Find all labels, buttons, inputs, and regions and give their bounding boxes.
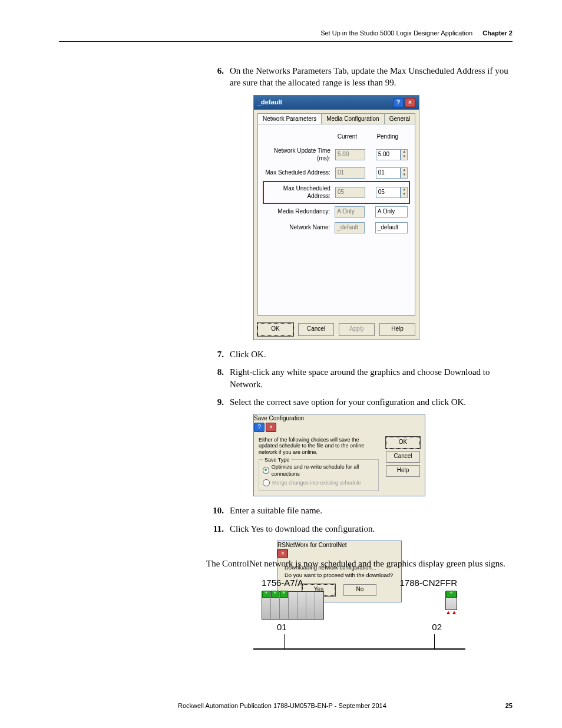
col-current: Current: [338, 133, 369, 141]
cancel-button[interactable]: Cancel: [386, 451, 420, 463]
help-button[interactable]: Help: [379, 323, 415, 336]
tab-general[interactable]: General: [384, 113, 416, 124]
help-button[interactable]: Help: [386, 465, 420, 477]
mr-pending[interactable]: A Only: [375, 206, 408, 218]
page-number: 25: [505, 702, 513, 709]
header-section: Set Up in the Studio 5000 Logix Designer…: [320, 29, 472, 37]
radio-icon: [263, 479, 270, 486]
label-media-redundancy: Media Redundancy:: [265, 207, 335, 216]
step-7-text: Click OK.: [230, 350, 266, 359]
ok-button[interactable]: OK: [386, 437, 420, 449]
mua-pending[interactable]: 05: [376, 187, 401, 198]
running-header: Set Up in the Studio 5000 Logix Designer…: [320, 29, 513, 37]
nut-current: 5.00: [335, 149, 365, 160]
radio-optimize-label: Optimize and re-write schedule for all c…: [272, 463, 375, 477]
step-number: 11.: [206, 523, 224, 535]
label-msa: Max Scheduled Address:: [265, 169, 335, 177]
titlebar: _default ? ×: [254, 95, 419, 110]
help-icon[interactable]: ?: [393, 98, 404, 107]
dialog-save-configuration: Save Configuration ? × Either of the fol…: [253, 414, 425, 496]
label-nut: Network Update Time (ms):: [265, 147, 335, 163]
close-icon[interactable]: ×: [405, 98, 415, 107]
step-number: 8.: [206, 366, 224, 378]
dialog-title: RSNetWorx for ControlNet: [277, 542, 347, 548]
radio-icon: [263, 467, 269, 474]
apply-button: Apply: [339, 323, 375, 336]
tab-panel: Current Pending Network Update Time (ms)…: [257, 124, 415, 316]
spinner[interactable]: ▲▼: [401, 187, 408, 198]
device-label-2: 1788-CN2FFR: [399, 578, 457, 588]
device-label-1: 1756-A7/A: [262, 578, 303, 588]
step-11-text: Click Yes to download the configuration.: [230, 524, 375, 533]
red-triangle-icon: ▲▲: [445, 611, 457, 614]
group-legend: Save Type: [263, 456, 291, 463]
close-icon[interactable]: ×: [266, 423, 276, 432]
dialog-title: Save Configuration: [254, 415, 304, 421]
row-max-unscheduled: Max Unscheduled Address: 05 05 ▲▼: [265, 183, 408, 202]
nut-pending[interactable]: 5.00: [376, 149, 401, 160]
ok-button[interactable]: OK: [257, 323, 293, 336]
tab-media-configuration[interactable]: Media Configuration: [321, 113, 385, 124]
step-number: 10.: [206, 505, 224, 516]
col-pending: Pending: [376, 133, 408, 141]
mr-current: A Only: [335, 206, 365, 218]
label-mua: Max Unscheduled Address:: [265, 185, 335, 200]
dialog-title: _default: [257, 98, 282, 107]
tab-network-parameters[interactable]: Network Parameters: [257, 113, 322, 124]
cancel-button[interactable]: Cancel: [298, 323, 334, 336]
msa-pending[interactable]: 01: [376, 167, 401, 179]
footer-publication: Rockwell Automation Publication 1788-UM0…: [178, 702, 386, 709]
label-network-name: Network Name:: [265, 223, 335, 232]
nn-pending[interactable]: _default: [375, 222, 408, 233]
spinner[interactable]: ▲▼: [401, 149, 408, 160]
step-number: 6.: [206, 65, 224, 77]
step-8-text: Right-click any white space around the g…: [230, 367, 490, 388]
mua-current: 05: [335, 187, 365, 198]
step-number: 9.: [206, 396, 224, 408]
dialog-intro: Either of the following choices will sav…: [259, 437, 365, 456]
header-chapter: Chapter 2: [482, 29, 513, 37]
header-rule: [59, 41, 513, 42]
step-10-text: Enter a suitable file name.: [230, 506, 322, 515]
step-number: 7.: [206, 348, 224, 360]
node-id-1: 01: [277, 622, 287, 632]
radio-optimize[interactable]: Optimize and re-write schedule for all c…: [263, 463, 375, 477]
spinner[interactable]: ▲▼: [401, 167, 408, 179]
rack-graphic: [262, 591, 324, 620]
titlebar: Save Configuration ? ×: [254, 414, 425, 432]
network-graphic: 1756-A7/A 1788-CN2FFR ▲▲: [253, 578, 465, 650]
radio-merge: Merge changes into existing schedule: [263, 479, 375, 486]
dialog-network-parameters: _default ? × Network Parameters Media Co…: [253, 95, 419, 341]
step-9-text: Select the correct save option for your …: [230, 397, 466, 407]
outro-text: The ControlNet network is now scheduled …: [206, 558, 513, 569]
radio-merge-label: Merge changes into existing schedule: [272, 479, 361, 486]
module-graphic: [445, 591, 457, 610]
step-6-text: On the Networks Parameters Tab, update t…: [230, 66, 508, 87]
nn-current: _default: [335, 222, 365, 233]
msa-current: 01: [335, 167, 365, 179]
help-icon[interactable]: ?: [254, 423, 265, 432]
node-id-2: 02: [432, 622, 442, 632]
